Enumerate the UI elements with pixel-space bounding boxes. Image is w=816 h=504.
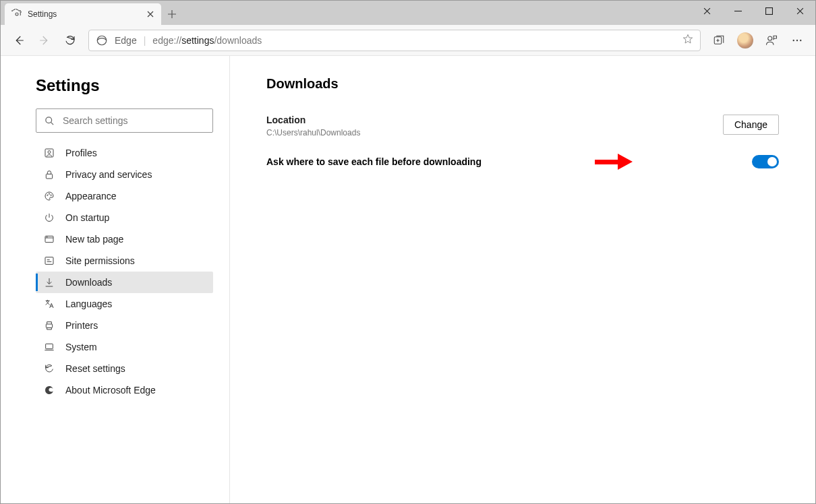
svg-point-14: [51, 195, 51, 195]
svg-point-7: [800, 39, 801, 40]
minimize-icon: [734, 7, 742, 15]
lock-icon: [44, 169, 55, 180]
nav-system[interactable]: System: [36, 336, 213, 358]
language-icon: [44, 298, 55, 309]
arrow-right-red-icon: [595, 154, 633, 170]
nav-about[interactable]: About Microsoft Edge: [36, 379, 213, 401]
tab-strip: Settings: [1, 1, 815, 25]
close-icon: [796, 7, 804, 15]
printer-icon: [44, 320, 55, 331]
location-path: C:\Users\rahul\Downloads: [266, 128, 723, 137]
profile-avatar[interactable]: [737, 32, 753, 49]
svg-point-13: [49, 193, 49, 194]
profile-icon: [44, 148, 55, 158]
back-button[interactable]: [6, 28, 32, 53]
reset-icon: [44, 363, 55, 374]
svg-rect-16: [45, 257, 53, 265]
nav-appearance[interactable]: Appearance: [36, 185, 213, 207]
settings-nav: Profiles Privacy and services Appearance…: [36, 142, 213, 401]
svg-rect-17: [46, 324, 52, 327]
location-label: Location: [266, 115, 723, 125]
annotation-arrow: [595, 154, 633, 170]
feedback-button[interactable]: [759, 28, 784, 53]
edge-icon: [44, 385, 55, 396]
settings-main: Downloads Location C:\Users\rahul\Downlo…: [230, 56, 815, 503]
svg-rect-11: [46, 174, 52, 179]
window-maximize-button[interactable]: [753, 1, 784, 21]
tab-close-button[interactable]: [145, 9, 156, 20]
collections-button[interactable]: [706, 28, 732, 53]
star-icon: [682, 34, 693, 44]
svg-rect-19: [595, 160, 619, 164]
palette-icon: [44, 191, 55, 201]
address-separator: |: [144, 35, 146, 46]
new-tab-button[interactable]: [161, 3, 183, 25]
favorite-button[interactable]: [682, 34, 693, 46]
power-icon: [44, 212, 55, 223]
nav-sitepermissions[interactable]: Site permissions: [36, 250, 213, 272]
newtab-icon: [44, 234, 55, 245]
settings-sidebar: Settings Search settings Profiles Privac…: [1, 56, 230, 503]
refresh-icon: [64, 34, 76, 46]
collections-icon: [713, 34, 725, 46]
edge-logo-icon: [96, 34, 108, 46]
svg-point-2: [97, 36, 107, 45]
nav-newtab[interactable]: New tab page: [36, 228, 213, 250]
svg-point-8: [46, 117, 52, 123]
settings-heading: Settings: [36, 76, 213, 95]
nav-printers[interactable]: Printers: [36, 315, 213, 336]
svg-rect-1: [765, 7, 772, 14]
search-icon: [45, 116, 55, 126]
location-row: Location C:\Users\rahul\Downloads Change: [266, 115, 779, 137]
close-icon: [703, 7, 711, 15]
svg-rect-9: [45, 149, 53, 157]
browser-tab-settings[interactable]: Settings: [5, 3, 161, 25]
svg-point-10: [48, 151, 51, 154]
settings-search-input[interactable]: Search settings: [36, 108, 213, 133]
svg-point-0: [16, 13, 18, 15]
ask-save-toggle[interactable]: [752, 155, 779, 168]
svg-rect-18: [46, 344, 53, 348]
window-minimize-button[interactable]: [722, 1, 753, 21]
nav-reset[interactable]: Reset settings: [36, 358, 213, 379]
maximize-icon: [765, 7, 773, 15]
refresh-button[interactable]: [57, 28, 83, 53]
address-edge-label: Edge: [115, 35, 137, 46]
download-icon: [44, 277, 55, 288]
forward-button[interactable]: [32, 28, 57, 53]
window-controls: [691, 1, 815, 21]
browser-toolbar: Edge | edge://settings/downloads: [1, 25, 815, 56]
svg-rect-15: [45, 236, 53, 242]
ask-save-row: Ask where to save each file before downl…: [266, 154, 779, 170]
window-close-button[interactable]: [784, 1, 815, 21]
plus-icon: [168, 10, 176, 18]
nav-onstartup[interactable]: On startup: [36, 207, 213, 228]
gear-icon: [11, 9, 22, 20]
nav-languages[interactable]: Languages: [36, 293, 213, 315]
more-icon: [791, 34, 803, 46]
svg-point-6: [796, 39, 798, 40]
close-icon: [147, 11, 154, 18]
address-url: edge://settings/downloads: [152, 35, 262, 46]
change-location-button[interactable]: Change: [723, 115, 779, 135]
nav-downloads[interactable]: Downloads: [36, 272, 213, 293]
address-bar[interactable]: Edge | edge://settings/downloads: [88, 30, 701, 51]
ask-save-label: Ask where to save each file before downl…: [266, 156, 482, 167]
sliders-icon: [44, 255, 55, 266]
arrow-right-icon: [38, 34, 51, 46]
laptop-icon: [44, 342, 55, 352]
svg-point-12: [47, 195, 48, 195]
svg-point-4: [768, 36, 772, 40]
nav-profiles[interactable]: Profiles: [36, 142, 213, 164]
person-feedback-icon: [765, 34, 778, 46]
content-area: Settings Search settings Profiles Privac…: [1, 56, 815, 503]
page-title: Downloads: [266, 76, 779, 92]
svg-point-5: [793, 39, 794, 40]
nav-privacy[interactable]: Privacy and services: [36, 164, 213, 185]
search-placeholder: Search settings: [63, 115, 128, 126]
tab-title: Settings: [28, 9, 57, 19]
arrow-left-icon: [13, 34, 25, 46]
menu-button[interactable]: [784, 28, 810, 53]
window-minimize-spare[interactable]: [691, 1, 722, 21]
